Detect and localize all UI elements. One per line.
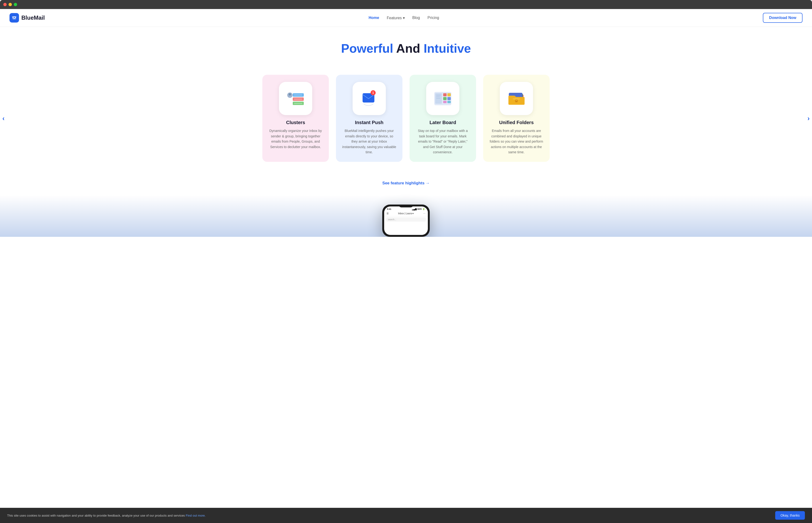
instant-push-icon-wrap: 1 xyxy=(353,82,386,115)
logo-icon xyxy=(10,13,19,22)
unified-folders-title: Unified Folders xyxy=(499,120,534,125)
mac-minimize-dot[interactable] xyxy=(8,3,12,6)
hero-title-part2: And xyxy=(393,41,424,55)
phone-inbox-label: Inbox | Laura ▾ xyxy=(398,212,414,215)
phone-inbox-header: ☰ Inbox | Laura ▾ ⋯ xyxy=(384,211,428,216)
see-highlights-section: See feature highlights → xyxy=(0,176,812,195)
clusters-icon xyxy=(286,91,305,106)
clusters-desc: Dynamically organize your Inbox by sende… xyxy=(268,128,323,149)
phone-search-bar[interactable]: search... xyxy=(386,217,426,222)
see-highlights-arrow: → xyxy=(426,181,430,185)
hero-section: Powerful And Intuitive xyxy=(0,27,812,60)
feature-card-unified-folders: Unified Folders Emails from all your acc… xyxy=(483,75,550,162)
nav-links: Home Features ▾ Blog Pricing xyxy=(369,16,439,20)
phone-time: 9:41 xyxy=(387,208,391,210)
later-board-title: Later Board xyxy=(429,120,456,125)
unified-folders-icon-wrap xyxy=(500,82,533,115)
svg-text:1: 1 xyxy=(372,91,374,95)
hero-title: Powerful And Intuitive xyxy=(10,41,802,56)
see-highlights-link[interactable]: See feature highlights → xyxy=(382,181,429,185)
svg-point-3 xyxy=(289,93,291,96)
phone-mockup: 9:41 ▂▄▆ WiFi 🔋 ☰ Inbox | Laura ▾ ⋯ sear… xyxy=(382,204,430,237)
svg-rect-0 xyxy=(12,15,17,21)
svg-rect-19 xyxy=(443,101,446,103)
clusters-icon-wrap xyxy=(279,82,312,115)
later-board-icon xyxy=(433,91,452,106)
phone-more-icon: ⋯ xyxy=(423,212,425,215)
feature-card-clusters: Clusters Dynamically organize your Inbox… xyxy=(262,75,329,162)
hero-title-part1: Powerful xyxy=(341,41,393,55)
nav-blog[interactable]: Blog xyxy=(412,16,420,20)
mac-close-dot[interactable] xyxy=(3,3,7,6)
hero-title-part3: Intuitive xyxy=(424,41,471,55)
svg-rect-20 xyxy=(447,101,451,103)
svg-rect-16 xyxy=(447,93,451,96)
mac-titlebar xyxy=(0,0,812,9)
svg-rect-17 xyxy=(443,97,446,100)
nav-features[interactable]: Features ▾ xyxy=(387,16,405,20)
later-board-icon-wrap xyxy=(426,82,459,115)
navbar: BlueMail Home Features ▾ Blog Pricing Do… xyxy=(0,9,812,27)
phone-signal: ▂▄▆ WiFi 🔋 xyxy=(412,208,425,210)
svg-point-29 xyxy=(516,100,517,101)
carousel-left-arrow[interactable]: ‹ xyxy=(2,114,4,122)
features-carousel: Clusters Dynamically organize your Inbox… xyxy=(0,70,812,167)
see-highlights-text: See feature highlights xyxy=(382,181,425,185)
mac-maximize-dot[interactable] xyxy=(14,3,17,6)
features-section: ‹ Clusters Dynamically organize xyxy=(0,60,812,176)
clusters-title: Clusters xyxy=(286,120,305,125)
unified-folders-desc: Emails from all your accounts are combin… xyxy=(489,128,544,155)
phone-search-placeholder: search... xyxy=(388,218,396,221)
nav-home[interactable]: Home xyxy=(369,16,379,20)
phone-notch xyxy=(399,204,413,208)
logo-link[interactable]: BlueMail xyxy=(10,13,45,22)
instant-push-icon: 1 xyxy=(360,89,378,108)
nav-pricing[interactable]: Pricing xyxy=(428,16,439,20)
logo-text: BlueMail xyxy=(21,15,45,21)
later-board-desc: Stay on top of your mailbox with a task … xyxy=(415,128,470,155)
phone-preview-section: 9:41 ▂▄▆ WiFi 🔋 ☰ Inbox | Laura ▾ ⋯ sear… xyxy=(0,195,812,237)
instant-push-desc: BlueMail intelligently pushes your email… xyxy=(342,128,397,155)
svg-rect-15 xyxy=(443,93,446,96)
feature-card-later-board: Later Board Stay on top of your mailbox … xyxy=(409,75,476,162)
carousel-right-arrow[interactable]: › xyxy=(808,114,810,122)
instant-push-title: Instant Push xyxy=(355,120,384,125)
svg-rect-14 xyxy=(435,93,442,104)
svg-rect-18 xyxy=(447,97,451,100)
phone-hamburger-icon: ☰ xyxy=(387,212,389,215)
phone-screen: 9:41 ▂▄▆ WiFi 🔋 ☰ Inbox | Laura ▾ ⋯ sear… xyxy=(384,206,428,235)
unified-folders-icon xyxy=(507,90,526,107)
download-now-button[interactable]: Download Now xyxy=(763,13,802,23)
feature-card-instant-push: 1 Instant Push BlueMail intelligently pu… xyxy=(336,75,403,162)
